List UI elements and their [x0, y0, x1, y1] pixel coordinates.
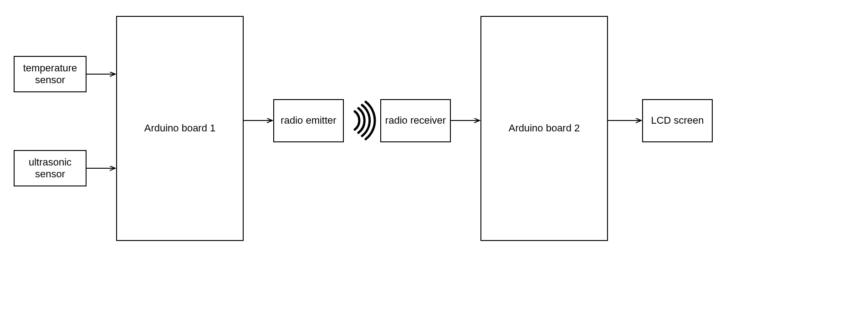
- radio-receiver-block: radio receiver: [380, 99, 451, 142]
- wireless-icon: [355, 102, 375, 139]
- ultrasonic-sensor-label: ultrasonic sensor: [16, 156, 84, 181]
- temperature-sensor-block: temperature sensor: [14, 56, 87, 92]
- block-diagram: temperature sensor ultrasonic sensor Ard…: [0, 0, 868, 311]
- arduino-board-1-block: Arduino board 1: [116, 16, 244, 241]
- radio-emitter-label: radio emitter: [281, 115, 336, 126]
- arduino-board-1-label: Arduino board 1: [144, 122, 216, 134]
- lcd-screen-label: LCD screen: [651, 115, 704, 126]
- radio-emitter-block: radio emitter: [273, 99, 344, 142]
- lcd-screen-block: LCD screen: [642, 99, 713, 142]
- arduino-board-2-block: Arduino board 2: [480, 16, 608, 241]
- ultrasonic-sensor-block: ultrasonic sensor: [14, 150, 87, 186]
- radio-receiver-label: radio receiver: [385, 115, 446, 126]
- temperature-sensor-label: temperature sensor: [16, 62, 84, 86]
- arduino-board-2-label: Arduino board 2: [509, 122, 580, 134]
